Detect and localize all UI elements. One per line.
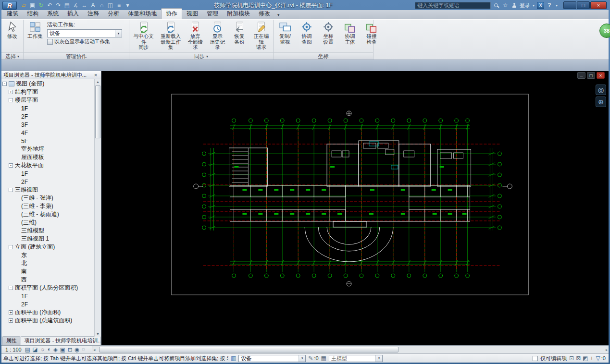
reload-latest-button[interactable]: 重新载入最新工作集 xyxy=(157,21,184,51)
tree-item[interactable]: -面积平面 (人防分区面积) xyxy=(1,284,94,292)
combo-arrow-icon[interactable]: ▾ xyxy=(299,355,305,362)
tree-item[interactable]: +面积平面 (总建筑面积) xyxy=(1,316,94,325)
ribbon-tab-体量和场地[interactable]: 体量和场地 xyxy=(124,9,161,19)
minimize-button[interactable]: – xyxy=(563,1,576,9)
redo-icon[interactable]: ↷ xyxy=(54,1,62,10)
combo-arrow-icon[interactable]: ▾ xyxy=(375,355,382,362)
shadows-icon[interactable]: ◐ xyxy=(48,346,51,353)
combo-arrow-icon[interactable]: ▾ xyxy=(115,30,122,37)
tree-item[interactable]: 南 xyxy=(1,267,94,276)
project-browser-scrollbar[interactable]: ▲ ▼ xyxy=(94,79,101,337)
relinquish-all-button[interactable]: 放弃全部请求 xyxy=(185,21,206,51)
tree-expander-icon[interactable]: + xyxy=(9,90,13,94)
undo-icon[interactable]: ↶ xyxy=(46,1,54,10)
restore-backup-button[interactable]: 恢复备份 xyxy=(229,21,250,45)
navigation-wheel-icon[interactable]: ◎ xyxy=(596,85,606,95)
visual-style-icon[interactable]: ◪ xyxy=(33,346,38,353)
measure-icon[interactable]: ∡ xyxy=(72,1,80,10)
ribbon-tab-附加模块[interactable]: 附加模块 xyxy=(223,9,254,19)
thin-lines-icon[interactable]: ≡ xyxy=(115,1,123,10)
panel-label-synchronize[interactable]: 同步▾ xyxy=(129,52,273,60)
tree-item[interactable]: -楼层平面 xyxy=(1,96,94,104)
section-icon[interactable]: ◫ xyxy=(106,1,114,10)
tree-expander-icon[interactable]: - xyxy=(2,82,7,86)
tree-item[interactable]: (三维) xyxy=(1,218,94,227)
tree-item[interactable]: 室外地坪 xyxy=(1,145,94,153)
favorites-star-icon[interactable]: ☆ xyxy=(501,1,509,9)
ribbon-tab-分析[interactable]: 分析 xyxy=(103,9,124,19)
tree-item[interactable]: -视图 (全部) xyxy=(1,80,94,88)
exchange-apps-icon[interactable]: X xyxy=(537,2,544,9)
ribbon-tab-建筑[interactable]: 建筑 xyxy=(2,9,23,19)
scale-button[interactable]: 1 : 100 xyxy=(4,347,23,352)
open-icon[interactable]: ▱ xyxy=(20,1,28,10)
tree-item[interactable]: +面积平面 (净面积) xyxy=(1,308,94,316)
view-restore-icon[interactable]: □ xyxy=(587,72,595,79)
tree-item[interactable]: 三维视图 1 xyxy=(1,235,94,243)
drag-on-selection-icon[interactable]: + xyxy=(590,355,594,362)
tree-expander-icon[interactable]: - xyxy=(9,286,13,290)
panel-label-select[interactable]: 选择▾ xyxy=(1,52,23,60)
ribbon-tab-管理[interactable]: 管理 xyxy=(202,9,223,19)
horizontal-scrollbar[interactable]: ◂ ▸ xyxy=(92,346,609,353)
tree-expander-icon[interactable]: - xyxy=(9,245,13,249)
zoom-icon[interactable]: ⊕ xyxy=(596,97,606,107)
tree-expander-icon[interactable]: - xyxy=(9,163,13,168)
hscroll-thumb[interactable] xyxy=(99,347,398,352)
tree-expander-icon[interactable]: + xyxy=(9,318,13,323)
workset-status-combo[interactable]: 设备 ▾ xyxy=(238,355,306,362)
tab-project-browser[interactable]: 项目浏览器 - 技师学院机电培训... xyxy=(21,336,101,345)
tree-item[interactable]: 北 xyxy=(1,259,94,267)
editing-requests-icon[interactable]: ✎ xyxy=(308,355,313,362)
tree-item[interactable]: 1F xyxy=(1,170,94,178)
maximize-button[interactable]: □ xyxy=(577,1,590,9)
editing-requests-button[interactable]: 正在编辑请求 xyxy=(250,21,272,51)
modify-button[interactable]: 修改 xyxy=(2,21,23,40)
tab-properties[interactable]: 属性 xyxy=(2,336,20,345)
scroll-left-icon[interactable]: ◂ xyxy=(93,346,95,353)
tree-expander-icon[interactable]: - xyxy=(9,188,13,192)
tree-item[interactable]: 5F xyxy=(1,137,94,145)
interference-check-button[interactable]: 碰撞检查 xyxy=(361,21,382,45)
user-icon[interactable] xyxy=(510,1,518,9)
tree-item[interactable]: 东 xyxy=(1,251,94,259)
help-icon[interactable]: ? xyxy=(546,1,553,9)
sign-in-button[interactable]: 登录 xyxy=(520,2,530,9)
qat-menu-icon[interactable]: ▾ xyxy=(124,1,132,10)
reveal-hidden-elements-icon[interactable]: ◌ xyxy=(82,346,85,353)
show-history-button[interactable]: 显示历史记录 xyxy=(207,21,228,51)
scroll-up-icon[interactable]: ▲ xyxy=(95,80,101,84)
tree-item[interactable]: (三维 - 张洋) xyxy=(1,194,94,202)
design-options-icon[interactable]: ▦ xyxy=(321,355,326,362)
tree-item[interactable]: (三维 - 杨雨迪) xyxy=(1,210,94,218)
ribbon-tab-结构[interactable]: 结构 xyxy=(23,9,43,19)
tree-item[interactable]: +结构平面 xyxy=(1,88,94,96)
close-button[interactable]: × xyxy=(590,1,607,9)
drawing-area[interactable]: – □ × ◎ ⊕ xyxy=(101,71,609,345)
communication-center-badge[interactable]: 38 xyxy=(599,24,610,38)
worksets-status-icon[interactable]: ▥ xyxy=(231,355,236,362)
default-3d-view-icon[interactable]: ⌂ xyxy=(98,1,106,10)
detail-level-icon[interactable]: ▤ xyxy=(25,346,30,353)
save-icon[interactable]: ▣ xyxy=(28,1,37,10)
ribbon-tab-插入[interactable]: 插入 xyxy=(63,9,83,19)
select-links-icon[interactable]: ⊡ xyxy=(569,355,574,362)
view-minimize-icon[interactable]: – xyxy=(577,72,585,79)
tree-item[interactable]: 4F xyxy=(1,129,94,137)
tree-item[interactable]: 1F xyxy=(1,292,94,300)
sun-path-icon[interactable]: ☼ xyxy=(40,346,45,353)
ribbon-display-toggle-icon[interactable]: ▾ xyxy=(277,12,280,19)
tree-item[interactable]: 三维模型 xyxy=(1,227,94,235)
design-option-combo[interactable]: 主模型 ▾ xyxy=(329,355,383,362)
scroll-right-icon[interactable]: ▸ xyxy=(606,346,608,353)
tree-item[interactable]: 3F xyxy=(1,121,94,129)
tree-item[interactable]: 2F xyxy=(1,178,94,186)
ribbon-tab-注释[interactable]: 注释 xyxy=(83,9,103,19)
ribbon-tab-协作[interactable]: 协作 xyxy=(161,8,182,19)
view-close-icon[interactable]: × xyxy=(597,72,605,79)
text-icon[interactable]: A xyxy=(89,1,97,10)
tree-item[interactable]: 1F xyxy=(1,104,94,112)
select-pinned-icon[interactable]: ⊠ xyxy=(576,355,581,362)
ribbon-tab-视图[interactable]: 视图 xyxy=(182,9,202,19)
print-icon[interactable]: ▤ xyxy=(63,1,71,10)
